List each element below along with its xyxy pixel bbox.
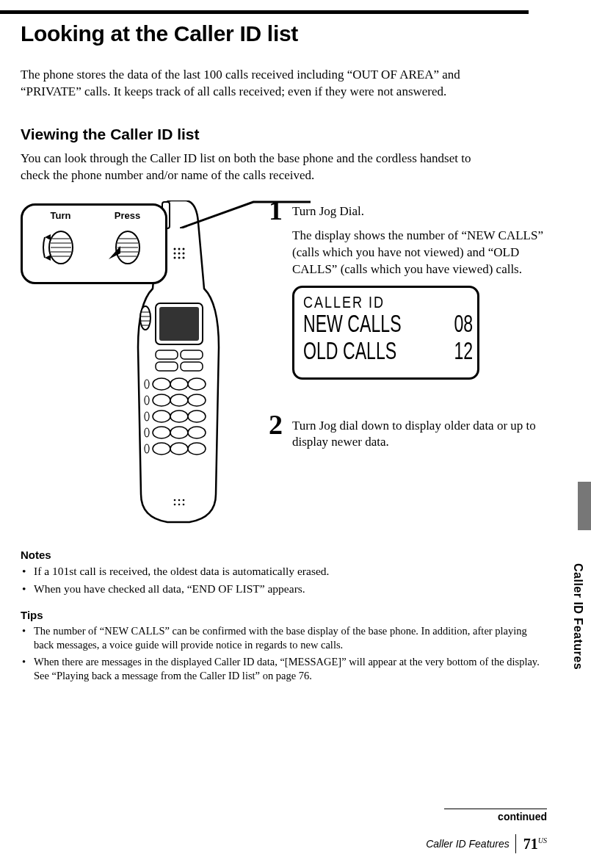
svg-point-38 xyxy=(188,378,206,390)
svg-point-23 xyxy=(178,256,181,258)
footer-page-sup: US xyxy=(538,836,547,845)
svg-rect-33 xyxy=(181,350,203,359)
lcd-display: CALLER ID NEW CALLS 08 OLD CALLS 12 xyxy=(292,286,479,380)
svg-point-17 xyxy=(178,247,181,250)
svg-point-58 xyxy=(183,499,185,501)
note-item: When you have checked all data, “END OF … xyxy=(21,582,547,596)
tips-list: The number of “NEW CALLS” can be confirm… xyxy=(21,624,547,684)
svg-point-40 xyxy=(170,394,188,406)
svg-point-50 xyxy=(188,443,206,455)
steps-area: Turn Press xyxy=(21,196,547,534)
illustration: Turn Press xyxy=(21,196,248,534)
lcd-header: CALLER ID xyxy=(303,294,468,311)
svg-point-25 xyxy=(140,306,151,330)
svg-point-37 xyxy=(170,378,188,390)
svg-point-48 xyxy=(153,443,170,455)
tip-item: The number of “NEW CALLS” can be confirm… xyxy=(21,624,547,652)
svg-point-36 xyxy=(153,378,170,390)
page-footer: Caller ID Features 71US xyxy=(21,834,547,853)
turn-dial-icon xyxy=(40,224,81,268)
continued-label: continued xyxy=(444,809,547,822)
lcd-new-calls-value: 08 xyxy=(454,310,473,337)
svg-marker-7 xyxy=(45,255,51,261)
svg-point-56 xyxy=(174,499,176,501)
svg-point-45 xyxy=(153,427,170,438)
step-2: 2 Turn Jog dial down to display older da… xyxy=(269,411,547,459)
side-tab-marker xyxy=(578,482,591,530)
press-dial-icon xyxy=(107,224,148,268)
notes-list: If a 101st call is received, the oldest … xyxy=(21,564,547,597)
svg-point-52 xyxy=(145,396,149,405)
svg-point-20 xyxy=(178,252,181,254)
lcd-new-calls-label: NEW CALLS xyxy=(303,310,402,337)
steps-column: 1 Turn Jog Dial. The display shows the n… xyxy=(269,196,547,471)
step-2-number: 2 xyxy=(269,411,286,459)
svg-point-60 xyxy=(178,503,181,505)
lcd-old-calls-label: OLD CALLS xyxy=(303,337,396,364)
section-intro: You can look through the Caller ID list … xyxy=(21,151,476,184)
svg-point-59 xyxy=(174,503,176,505)
section-heading: Viewing the Caller ID list xyxy=(21,126,547,143)
page-top-rule xyxy=(0,10,529,14)
svg-point-54 xyxy=(145,428,149,437)
step-2-body: Turn Jog dial down to display older data… xyxy=(292,418,547,452)
svg-point-57 xyxy=(178,499,181,501)
side-tab: Caller ID Features xyxy=(569,536,587,698)
svg-point-18 xyxy=(183,247,185,250)
callout-turn-label: Turn xyxy=(27,210,94,221)
svg-marker-6 xyxy=(45,234,51,240)
footer-section: Caller ID Features xyxy=(426,834,516,853)
notes-heading: Notes xyxy=(21,549,547,561)
step-1-lead: Turn Jog Dial. xyxy=(292,203,547,220)
svg-point-47 xyxy=(188,427,206,438)
notes-section: Notes If a 101st call is received, the o… xyxy=(21,549,547,683)
svg-point-42 xyxy=(153,411,170,422)
callout-press-label: Press xyxy=(94,210,161,221)
svg-point-43 xyxy=(170,411,188,422)
svg-rect-32 xyxy=(156,350,178,359)
svg-rect-31 xyxy=(159,307,199,341)
footer-page: 71US xyxy=(523,836,547,853)
svg-rect-34 xyxy=(156,362,178,371)
svg-rect-35 xyxy=(181,362,203,371)
tips-heading: Tips xyxy=(21,609,547,621)
svg-point-55 xyxy=(145,444,149,453)
svg-point-51 xyxy=(145,380,149,388)
svg-point-24 xyxy=(183,256,185,258)
tip-item: When there are messages in the displayed… xyxy=(21,655,547,683)
svg-point-49 xyxy=(170,443,188,455)
step-1-body: The display shows the number of “NEW CAL… xyxy=(292,228,547,278)
svg-point-41 xyxy=(188,394,206,406)
step-1-number: 1 xyxy=(269,196,286,399)
page-title: Looking at the Caller ID list xyxy=(21,21,547,46)
note-item: If a 101st call is received, the oldest … xyxy=(21,564,547,579)
step-1: 1 Turn Jog Dial. The display shows the n… xyxy=(269,196,547,399)
lcd-old-calls-value: 12 xyxy=(454,337,473,364)
svg-point-22 xyxy=(174,256,176,258)
intro-paragraph: The phone stores the data of the last 10… xyxy=(21,67,461,101)
side-tab-label: Caller ID Features xyxy=(571,563,584,670)
jog-dial-callout: Turn Press xyxy=(21,203,167,284)
svg-point-19 xyxy=(174,252,176,254)
svg-point-61 xyxy=(183,503,185,505)
svg-point-21 xyxy=(183,252,185,254)
footer-page-number: 71 xyxy=(523,836,538,852)
svg-point-53 xyxy=(145,412,149,421)
svg-point-16 xyxy=(174,247,176,250)
svg-point-39 xyxy=(153,394,170,406)
svg-point-46 xyxy=(170,427,188,438)
svg-point-44 xyxy=(188,411,206,422)
